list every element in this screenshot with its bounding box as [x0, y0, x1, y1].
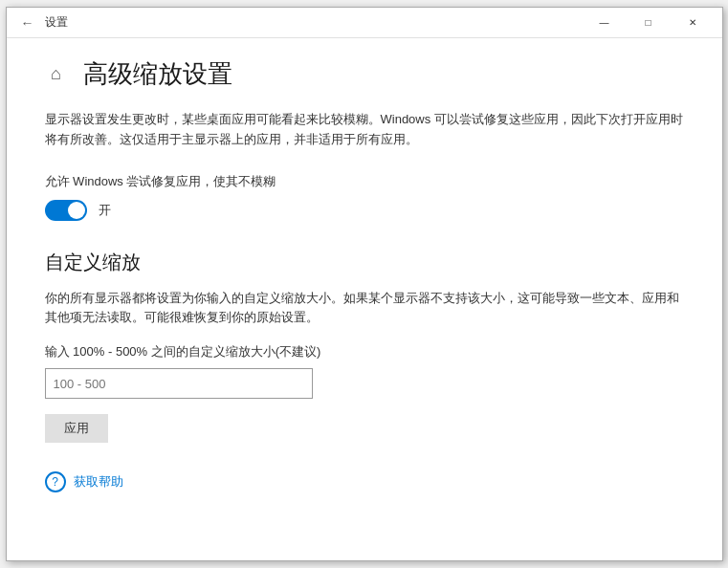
page-title: 高级缩放设置: [83, 57, 232, 91]
scale-input[interactable]: [45, 368, 313, 399]
window-controls: — □ ✕: [583, 8, 715, 38]
custom-scale-title: 自定义缩放: [45, 250, 684, 275]
blur-fix-toggle-row: 开: [45, 200, 684, 221]
toggle-state-label: 开: [99, 202, 111, 219]
blur-fix-toggle[interactable]: [45, 200, 87, 221]
main-content: ⌂ 高级缩放设置 显示器设置发生更改时，某些桌面应用可能看起来比较模糊。Wind…: [7, 38, 722, 560]
page-description: 显示器设置发生更改时，某些桌面应用可能看起来比较模糊。Windows 可以尝试修…: [45, 110, 684, 150]
minimize-button[interactable]: —: [583, 8, 627, 38]
title-bar-left: ← 设置: [18, 13, 68, 33]
help-link[interactable]: 获取帮助: [74, 473, 123, 491]
apply-button[interactable]: 应用: [45, 414, 108, 443]
settings-window: ← 设置 — □ ✕ ⌂ 高级缩放设置 显示器设置发生更改时，某些桌面应用可能看…: [6, 7, 723, 561]
help-row: ? 获取帮助: [45, 471, 684, 492]
maximize-button[interactable]: □: [627, 8, 671, 38]
page-header: ⌂ 高级缩放设置: [45, 57, 684, 91]
custom-scale-description: 你的所有显示器都将设置为你输入的自定义缩放大小。如果某个显示器不支持该大小，这可…: [45, 289, 684, 329]
back-button[interactable]: ←: [18, 13, 37, 33]
help-icon: ?: [45, 471, 66, 492]
toggle-knob: [68, 202, 85, 219]
window-title: 设置: [45, 14, 68, 31]
close-button[interactable]: ✕: [671, 8, 715, 38]
toggle-section-label: 允许 Windows 尝试修复应用，使其不模糊: [45, 173, 684, 190]
scale-input-label: 输入 100% - 500% 之间的自定义缩放大小(不建议): [45, 343, 684, 360]
home-icon: ⌂: [45, 63, 68, 86]
title-bar: ← 设置 — □ ✕: [7, 8, 722, 38]
